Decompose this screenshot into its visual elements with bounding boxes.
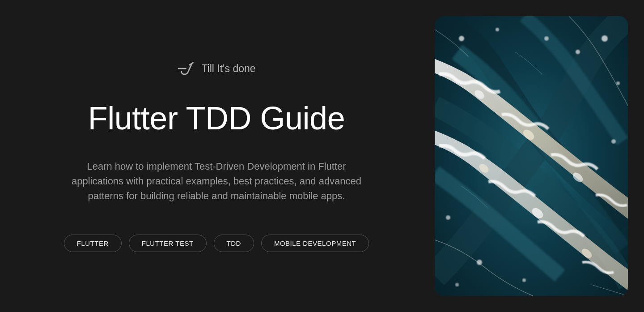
logo-icon xyxy=(177,60,196,77)
tag-flutter-test[interactable]: FLUTTER TEST xyxy=(129,235,207,252)
svg-point-1 xyxy=(459,36,464,41)
svg-point-11 xyxy=(455,283,459,286)
svg-point-5 xyxy=(616,81,620,85)
page-title: Flutter TDD Guide xyxy=(88,100,345,137)
svg-point-2 xyxy=(496,28,499,31)
logo: Till It's done xyxy=(177,60,255,77)
tag-flutter[interactable]: FLUTTER xyxy=(64,235,122,252)
image-section xyxy=(435,16,628,296)
tag-tdd[interactable]: TDD xyxy=(214,235,254,252)
svg-point-3 xyxy=(576,50,580,54)
page-description: Learn how to implement Test-Driven Devel… xyxy=(64,159,369,203)
svg-point-8 xyxy=(522,278,526,282)
svg-point-4 xyxy=(602,35,608,42)
tags-container: FLUTTER FLUTTER TEST TDD MOBILE DEVELOPM… xyxy=(64,235,369,252)
svg-point-9 xyxy=(611,139,616,144)
content-section: Till It's done Flutter TDD Guide Learn h… xyxy=(16,16,417,296)
logo-text: Till It's done xyxy=(201,63,255,75)
svg-point-6 xyxy=(446,215,450,220)
tag-mobile-development[interactable]: MOBILE DEVELOPMENT xyxy=(261,235,369,252)
svg-point-10 xyxy=(544,36,549,41)
page-container: Till It's done Flutter TDD Guide Learn h… xyxy=(0,0,644,312)
hero-image xyxy=(435,16,628,296)
